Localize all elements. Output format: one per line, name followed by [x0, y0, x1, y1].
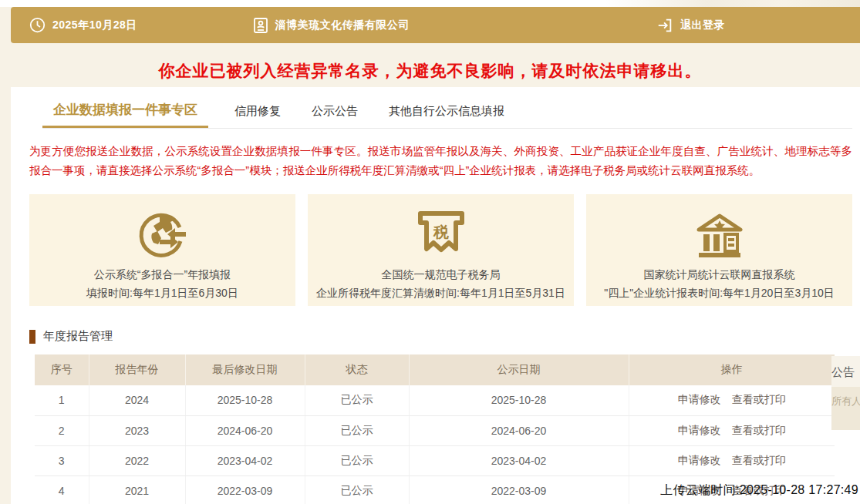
- logout-button[interactable]: 退出登录: [656, 17, 725, 34]
- card-time: "四上"企业统计报表时间:每年1月20日至3月10日: [604, 287, 835, 301]
- card-time: 填报时间:每年1月1日至6月30日: [86, 287, 238, 301]
- card-annual-report-filing[interactable]: 公示系统“多报合一”年报填报 填报时间:每年1月1日至6月30日: [29, 194, 295, 306]
- table-row: 220232024-06-20已公示2024-06-20申请修改查看或打印: [35, 415, 835, 445]
- clock-icon: [29, 17, 46, 33]
- cell-year: 2021: [89, 475, 185, 504]
- annual-report-section-header: 年度报告管理: [29, 329, 860, 344]
- cell-index: 1: [35, 385, 89, 415]
- cell-actions: 申请修改查看或打印: [629, 415, 835, 445]
- card-title: 国家统计局统计云联网直报系统: [644, 268, 795, 282]
- cell-modified: 2024-06-20: [185, 415, 305, 445]
- upload-cloud-time-overlay: 上传云端时间:2025-10-28 17:27:49: [660, 482, 858, 499]
- cell-published: 2022-03-09: [409, 475, 629, 504]
- tab-credit-repair[interactable]: 信用修复: [230, 104, 285, 128]
- col-report-year: 报告年份: [89, 354, 185, 385]
- filing-notice-text: 为更方便您报送企业数据，公示系统设置企业数据填报一件事专区。报送市场监管年报以及…: [29, 142, 852, 180]
- cell-year: 2024: [89, 385, 185, 415]
- company-name: 淄博美琉文化传播有限公司: [275, 18, 410, 32]
- col-publish-date: 公示日期: [409, 354, 629, 385]
- filing-entry-cards: 公示系统“多报合一”年报填报 填报时间:每年1月1日至6月30日 税 全国统一规…: [29, 194, 852, 306]
- tab-enterprise-data-filing[interactable]: 企业数据填报一件事专区: [42, 101, 208, 128]
- top-bar: 2025年10月28日 淄博美琉文化传播有限公司 退出登录: [11, 7, 860, 43]
- cell-modified: 2025-10-28: [185, 385, 305, 415]
- cell-published: 2023-04-02: [409, 445, 629, 475]
- table-row: 120242025-10-28已公示2025-10-28申请修改查看或打印: [35, 385, 835, 415]
- cell-modified: 2022-03-09: [185, 475, 305, 504]
- id-card-icon: [253, 17, 268, 34]
- right-edge-cutoff-panel: 公告 所有人: [831, 356, 860, 430]
- cell-year: 2023: [89, 415, 185, 445]
- apply-modify-link[interactable]: 申请修改: [678, 393, 721, 405]
- globe-sync-icon: [137, 207, 189, 265]
- cell-index: 3: [35, 445, 89, 475]
- col-index: 序号: [35, 354, 89, 385]
- card-electronic-tax-bureau[interactable]: 税 全国统一规范电子税务局 企业所得税年度汇算清缴时间:每年1月1日至5月31日: [308, 194, 574, 306]
- cell-published: 2024-06-20: [409, 415, 629, 445]
- tax-ribbon-icon: 税: [417, 207, 465, 265]
- government-building-icon: [693, 207, 747, 265]
- apply-modify-link[interactable]: 申请修改: [678, 424, 721, 436]
- card-title: 全国统一规范电子税务局: [382, 268, 501, 282]
- logout-label: 退出登录: [680, 18, 725, 32]
- cell-actions: 申请修改查看或打印: [629, 445, 835, 475]
- cell-index: 2: [35, 415, 89, 445]
- svg-text:税: 税: [433, 223, 449, 241]
- table-header-row: 序号 报告年份 最后修改日期 状态 公示日期 操作: [35, 354, 835, 385]
- view-or-print-link[interactable]: 查看或打印: [732, 454, 786, 466]
- annual-report-table: 序号 报告年份 最后修改日期 状态 公示日期 操作 120242025-10-2…: [35, 354, 835, 504]
- col-status: 状态: [305, 354, 409, 385]
- date-label: 2025年10月28日: [52, 18, 137, 32]
- main-panel: 企业数据填报一件事专区 信用修复 公示公告 其他自行公示信息填报 为更方便您报送…: [11, 87, 860, 504]
- top-decor-pattern: [605, 0, 860, 7]
- cell-index: 4: [35, 475, 89, 504]
- tab-bar: 企业数据填报一件事专区 信用修复 公示公告 其他自行公示信息填报: [42, 101, 852, 129]
- col-last-modified: 最后修改日期: [185, 354, 305, 385]
- cell-actions: 申请修改查看或打印: [629, 385, 835, 415]
- section-title: 年度报告管理: [43, 329, 113, 344]
- tab-other-self-disclosure[interactable]: 其他自行公示信息填报: [384, 104, 509, 128]
- logout-icon: [656, 17, 673, 34]
- cell-status: 已公示: [305, 475, 409, 504]
- cell-modified: 2023-04-02: [185, 445, 305, 475]
- current-date: 2025年10月28日: [29, 17, 137, 33]
- card-title: 公示系统“多报合一”年报填报: [94, 268, 231, 282]
- card-time: 企业所得税年度汇算清缴时间:每年1月1日至5月31日: [316, 287, 565, 301]
- view-or-print-link[interactable]: 查看或打印: [732, 393, 786, 405]
- view-or-print-link[interactable]: 查看或打印: [732, 424, 786, 436]
- col-actions: 操作: [629, 354, 835, 385]
- apply-modify-link[interactable]: 申请修改: [678, 454, 721, 466]
- card-statistics-direct-report[interactable]: 国家统计局统计云联网直报系统 "四上"企业统计报表时间:每年1月20日至3月10…: [586, 194, 852, 306]
- cell-status: 已公示: [305, 445, 409, 475]
- section-marker: [29, 330, 35, 344]
- abnormal-operation-warning: 你企业已被列入经营异常名录，为避免不良影响，请及时依法申请移出。: [0, 60, 860, 82]
- tab-public-announcement[interactable]: 公示公告: [307, 104, 363, 128]
- cell-published: 2025-10-28: [409, 385, 629, 415]
- right-panel-everyone-fragment: 所有人: [831, 395, 860, 408]
- cell-year: 2022: [89, 445, 185, 475]
- top-decor-strip: [0, 0, 860, 7]
- cell-status: 已公示: [305, 415, 409, 445]
- cell-status: 已公示: [305, 385, 409, 415]
- right-panel-announcement-fragment: 公告: [831, 365, 855, 380]
- table-row: 320222023-04-02已公示2023-04-02申请修改查看或打印: [35, 445, 835, 475]
- company-info: 淄博美琉文化传播有限公司: [253, 17, 410, 34]
